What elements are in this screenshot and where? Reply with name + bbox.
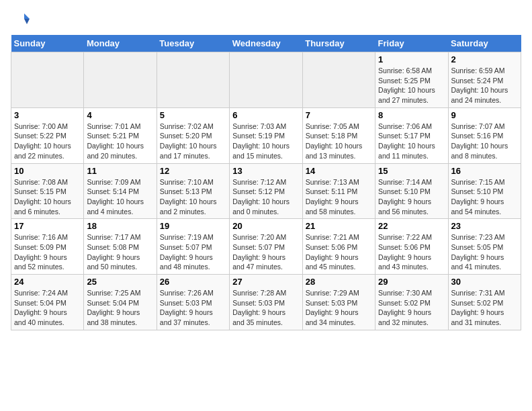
day-number: 19 — [160, 221, 226, 231]
day-info: Sunrise: 7:00 AM Sunset: 5:22 PM Dayligh… — [14, 122, 81, 161]
calendar-cell: 26Sunrise: 7:26 AM Sunset: 5:03 PM Dayli… — [157, 275, 229, 330]
day-number: 2 — [451, 54, 518, 64]
calendar-week-4: 17Sunrise: 7:16 AM Sunset: 5:09 PM Dayli… — [11, 219, 521, 275]
day-info: Sunrise: 7:10 AM Sunset: 5:13 PM Dayligh… — [160, 177, 226, 217]
header-tuesday: Tuesday — [157, 35, 229, 52]
day-info: Sunrise: 6:59 AM Sunset: 5:24 PM Dayligh… — [451, 66, 518, 105]
calendar-cell: 8Sunrise: 7:06 AM Sunset: 5:17 PM Daylig… — [375, 107, 448, 163]
header-row: Sunday Monday Tuesday Wednesday Thursday… — [11, 35, 521, 52]
day-info: Sunrise: 7:26 AM Sunset: 5:03 PM Dayligh… — [160, 288, 226, 328]
day-info: Sunrise: 7:15 AM Sunset: 5:10 PM Dayligh… — [451, 177, 518, 217]
day-number: 13 — [232, 166, 299, 176]
calendar-cell: 15Sunrise: 7:14 AM Sunset: 5:10 PM Dayli… — [375, 163, 448, 219]
day-info: Sunrise: 7:31 AM Sunset: 5:02 PM Dayligh… — [451, 288, 518, 328]
calendar-cell: 21Sunrise: 7:21 AM Sunset: 5:06 PM Dayli… — [302, 219, 375, 275]
day-number: 1 — [378, 54, 445, 64]
day-info: Sunrise: 7:02 AM Sunset: 5:20 PM Dayligh… — [160, 122, 226, 161]
calendar-cell: 5Sunrise: 7:02 AM Sunset: 5:20 PM Daylig… — [157, 107, 229, 163]
calendar-cell — [84, 52, 157, 108]
calendar-cell: 17Sunrise: 7:16 AM Sunset: 5:09 PM Dayli… — [11, 219, 84, 275]
calendar-week-3: 10Sunrise: 7:08 AM Sunset: 5:15 PM Dayli… — [11, 163, 521, 219]
calendar-cell — [157, 52, 229, 108]
day-number: 8 — [378, 110, 445, 120]
day-number: 28 — [306, 277, 372, 287]
svg-marker-0 — [24, 13, 30, 19]
day-info: Sunrise: 7:24 AM Sunset: 5:04 PM Dayligh… — [14, 288, 81, 328]
day-info: Sunrise: 7:06 AM Sunset: 5:17 PM Dayligh… — [378, 122, 445, 161]
day-info: Sunrise: 7:25 AM Sunset: 5:04 PM Dayligh… — [87, 288, 153, 328]
day-number: 7 — [306, 110, 372, 120]
calendar-week-5: 24Sunrise: 7:24 AM Sunset: 5:04 PM Dayli… — [11, 275, 521, 330]
day-number: 16 — [451, 166, 518, 176]
calendar-cell: 25Sunrise: 7:25 AM Sunset: 5:04 PM Dayli… — [84, 275, 157, 330]
header-wednesday: Wednesday — [230, 35, 302, 52]
day-info: Sunrise: 7:16 AM Sunset: 5:09 PM Dayligh… — [14, 232, 81, 272]
calendar-cell: 30Sunrise: 7:31 AM Sunset: 5:02 PM Dayli… — [448, 275, 521, 330]
calendar-cell: 16Sunrise: 7:15 AM Sunset: 5:10 PM Dayli… — [448, 163, 521, 219]
calendar-cell: 14Sunrise: 7:13 AM Sunset: 5:11 PM Dayli… — [302, 163, 375, 219]
calendar-cell: 11Sunrise: 7:09 AM Sunset: 5:14 PM Dayli… — [84, 163, 157, 219]
day-number: 11 — [87, 166, 153, 176]
header-monday: Monday — [84, 35, 157, 52]
calendar-week-1: 1Sunrise: 6:58 AM Sunset: 5:25 PM Daylig… — [11, 52, 521, 108]
day-number: 3 — [14, 110, 81, 120]
day-number: 23 — [451, 221, 518, 231]
day-number: 6 — [232, 110, 299, 120]
day-number: 15 — [378, 166, 445, 176]
day-info: Sunrise: 7:17 AM Sunset: 5:08 PM Dayligh… — [87, 232, 153, 272]
calendar-week-2: 3Sunrise: 7:00 AM Sunset: 5:22 PM Daylig… — [11, 107, 521, 163]
calendar-table: Sunday Monday Tuesday Wednesday Thursday… — [11, 35, 521, 330]
header-friday: Friday — [375, 35, 448, 52]
calendar-cell — [230, 52, 302, 108]
day-info: Sunrise: 7:30 AM Sunset: 5:02 PM Dayligh… — [378, 288, 445, 328]
calendar-cell: 29Sunrise: 7:30 AM Sunset: 5:02 PM Dayli… — [375, 275, 448, 330]
day-info: Sunrise: 7:07 AM Sunset: 5:16 PM Dayligh… — [451, 122, 518, 161]
day-info: Sunrise: 7:01 AM Sunset: 5:21 PM Dayligh… — [87, 122, 153, 161]
day-info: Sunrise: 7:08 AM Sunset: 5:15 PM Dayligh… — [14, 177, 81, 217]
calendar-cell: 18Sunrise: 7:17 AM Sunset: 5:08 PM Dayli… — [84, 219, 157, 275]
day-info: Sunrise: 7:21 AM Sunset: 5:06 PM Dayligh… — [306, 232, 372, 272]
day-number: 10 — [14, 166, 81, 176]
calendar-cell: 6Sunrise: 7:03 AM Sunset: 5:19 PM Daylig… — [230, 107, 302, 163]
page-header — [11, 11, 521, 30]
calendar-header: Sunday Monday Tuesday Wednesday Thursday… — [11, 35, 521, 52]
day-number: 20 — [232, 221, 299, 231]
svg-marker-1 — [24, 19, 30, 24]
day-number: 24 — [14, 277, 81, 287]
day-number: 29 — [378, 277, 445, 287]
day-info: Sunrise: 7:03 AM Sunset: 5:19 PM Dayligh… — [232, 122, 299, 161]
day-number: 17 — [14, 221, 81, 231]
day-info: Sunrise: 7:29 AM Sunset: 5:03 PM Dayligh… — [306, 288, 372, 328]
calendar-cell: 20Sunrise: 7:20 AM Sunset: 5:07 PM Dayli… — [230, 219, 302, 275]
calendar-cell: 2Sunrise: 6:59 AM Sunset: 5:24 PM Daylig… — [448, 52, 521, 108]
calendar-cell: 13Sunrise: 7:12 AM Sunset: 5:12 PM Dayli… — [230, 163, 302, 219]
day-number: 14 — [306, 166, 372, 176]
day-info: Sunrise: 7:22 AM Sunset: 5:06 PM Dayligh… — [378, 232, 445, 272]
day-number: 22 — [378, 221, 445, 231]
calendar-cell: 4Sunrise: 7:01 AM Sunset: 5:21 PM Daylig… — [84, 107, 157, 163]
calendar-cell — [302, 52, 375, 108]
calendar-cell: 22Sunrise: 7:22 AM Sunset: 5:06 PM Dayli… — [375, 219, 448, 275]
calendar-cell: 28Sunrise: 7:29 AM Sunset: 5:03 PM Dayli… — [302, 275, 375, 330]
day-number: 21 — [306, 221, 372, 231]
calendar-body: 1Sunrise: 6:58 AM Sunset: 5:25 PM Daylig… — [11, 52, 521, 330]
day-number: 9 — [451, 110, 518, 120]
day-info: Sunrise: 7:14 AM Sunset: 5:10 PM Dayligh… — [378, 177, 445, 217]
calendar-cell: 10Sunrise: 7:08 AM Sunset: 5:15 PM Dayli… — [11, 163, 84, 219]
day-number: 27 — [232, 277, 299, 287]
header-saturday: Saturday — [448, 35, 521, 52]
header-thursday: Thursday — [302, 35, 375, 52]
calendar-cell — [11, 52, 84, 108]
header-sunday: Sunday — [11, 35, 84, 52]
day-info: Sunrise: 7:13 AM Sunset: 5:11 PM Dayligh… — [306, 177, 372, 217]
day-number: 18 — [87, 221, 153, 231]
day-number: 25 — [87, 277, 153, 287]
day-number: 5 — [160, 110, 226, 120]
logo-icon — [11, 11, 30, 30]
day-number: 30 — [451, 277, 518, 287]
day-number: 4 — [87, 110, 153, 120]
day-info: Sunrise: 6:58 AM Sunset: 5:25 PM Dayligh… — [378, 66, 445, 105]
day-info: Sunrise: 7:28 AM Sunset: 5:03 PM Dayligh… — [232, 288, 299, 328]
calendar-cell: 19Sunrise: 7:19 AM Sunset: 5:07 PM Dayli… — [157, 219, 229, 275]
day-info: Sunrise: 7:09 AM Sunset: 5:14 PM Dayligh… — [87, 177, 153, 217]
